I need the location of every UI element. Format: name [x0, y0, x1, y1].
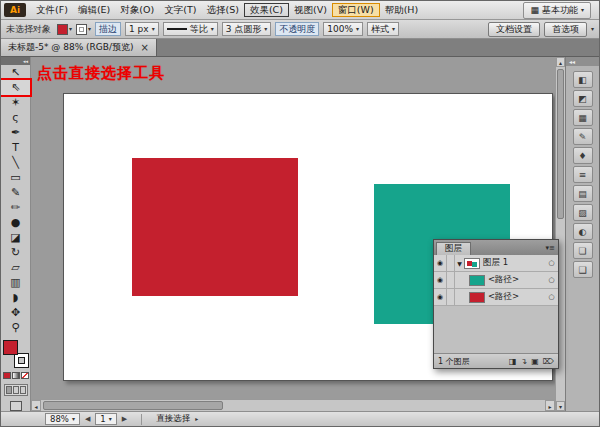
make-clip-mask-icon[interactable]: ◨	[509, 357, 517, 366]
target-circle-icon[interactable]: ○	[545, 259, 558, 267]
delete-layer-icon[interactable]: ⌦	[543, 357, 554, 366]
scroll-left-icon[interactable]: ◂	[31, 400, 41, 411]
stroke-profile-combo[interactable]: 等比 ▾	[163, 22, 218, 36]
stroke-color-control[interactable]: ▾	[76, 24, 91, 35]
scale-tool[interactable]: ▱	[1, 260, 30, 275]
preferences-button[interactable]: 首选项	[544, 22, 587, 37]
layer-name[interactable]: <路径>	[488, 274, 545, 286]
target-circle-icon[interactable]: ○	[545, 293, 558, 301]
hand-tool[interactable]: ✥	[1, 305, 30, 320]
layer-row[interactable]: ◉▼图层 1○	[434, 255, 558, 272]
layer-name[interactable]: <路径>	[488, 291, 545, 303]
layers-panel-icon[interactable]: ❑	[573, 261, 593, 278]
next-artboard-button[interactable]: ▶	[122, 415, 127, 423]
horizontal-scroll-thumb[interactable]	[43, 401, 223, 410]
menu-item[interactable]: 编辑(E)	[73, 1, 115, 19]
selection-tool[interactable]: ↖	[1, 65, 30, 80]
magic-wand-tool[interactable]: ✶	[1, 95, 30, 110]
brush-definition-combo[interactable]: 3 点圆形 ▾	[222, 22, 272, 36]
panel-menu-icon[interactable]: ▾≡	[546, 244, 555, 252]
pencil-tool[interactable]: ✏	[1, 200, 30, 215]
lock-cell[interactable]	[447, 255, 455, 271]
blob-brush-tool[interactable]: ●	[1, 215, 30, 230]
gradient-tool[interactable]: ▥	[1, 275, 30, 290]
lock-cell[interactable]	[447, 272, 455, 288]
color-panel-icon[interactable]: ◧	[573, 71, 593, 88]
artboard-number-combo[interactable]: 1 ▾	[95, 413, 116, 425]
style-combo[interactable]: 样式 ▾	[367, 22, 399, 36]
prev-artboard-button[interactable]: ◀	[85, 415, 90, 423]
symbols-panel-icon[interactable]: ♦	[573, 147, 593, 164]
gradient-button[interactable]	[12, 372, 20, 379]
new-layer-icon[interactable]: ▣	[531, 357, 539, 366]
zoom-level-combo[interactable]: 88% ▾	[45, 413, 80, 425]
close-icon[interactable]: ×	[141, 42, 149, 53]
document-tabbar: 未标题-5* @ 88% (RGB/预览) ×	[1, 39, 599, 57]
new-sublayer-icon[interactable]: ↴	[520, 357, 527, 366]
menu-item[interactable]: 选择(S)	[201, 1, 243, 19]
scroll-down-icon[interactable]: ▾	[556, 401, 565, 411]
pen-tool[interactable]: ✒	[1, 125, 30, 140]
workspace-switcher[interactable]: ▦ 基本功能 ▾	[523, 2, 591, 19]
menu-item[interactable]: 效果(C)	[244, 3, 289, 17]
fill-color-control[interactable]: ▾	[57, 24, 72, 35]
fill-swatch[interactable]	[57, 24, 68, 35]
rectangle-tool[interactable]: ▭	[1, 170, 30, 185]
menu-item[interactable]: 对象(O)	[115, 1, 159, 19]
lock-cell[interactable]	[447, 289, 455, 305]
layer-row[interactable]: ◉<路径>○	[434, 289, 558, 306]
eyedropper-tool[interactable]: ◗	[1, 290, 30, 305]
visibility-eye-icon[interactable]: ◉	[434, 255, 447, 271]
scroll-right-icon[interactable]: ▸	[545, 400, 555, 411]
layer-count-label: 1 个图层	[438, 356, 470, 367]
gradient-panel-icon[interactable]: ▤	[573, 185, 593, 202]
panel-menu-chevron-icon[interactable]: ▾	[591, 26, 594, 32]
type-tool[interactable]: T	[1, 140, 30, 155]
horizontal-scrollbar[interactable]: ◂ ▸	[31, 399, 555, 411]
stroke-panel-icon[interactable]: ≡	[573, 166, 593, 183]
stroke-link[interactable]: 描边	[95, 22, 121, 36]
document-tab[interactable]: 未标题-5* @ 88% (RGB/预览) ×	[1, 39, 157, 56]
menu-item[interactable]: 帮助(H)	[380, 1, 424, 19]
stroke-swatch[interactable]	[76, 24, 87, 35]
layer-name[interactable]: 图层 1	[483, 257, 545, 269]
appearance-panel-icon[interactable]: ◐	[573, 223, 593, 240]
document-setup-button[interactable]: 文档设置	[488, 22, 540, 37]
scroll-up-icon[interactable]: ▴	[556, 57, 565, 67]
menu-item[interactable]: 窗口(W)	[332, 3, 380, 17]
fill-swatch-large[interactable]	[3, 340, 18, 355]
color-guide-panel-icon[interactable]: ◩	[573, 90, 593, 107]
none-button[interactable]	[21, 372, 29, 379]
menu-item[interactable]: 文件(F)	[31, 1, 73, 19]
opacity-link[interactable]: 不透明度	[275, 22, 319, 36]
rotate-tool[interactable]: ↻	[1, 245, 30, 260]
layer-row[interactable]: ◉<路径>○	[434, 272, 558, 289]
tab-layers[interactable]: 图层	[436, 242, 471, 255]
line-segment-tool[interactable]: ╲	[1, 155, 30, 170]
zoom-tool[interactable]: ⚲	[1, 320, 30, 335]
graphic-styles-panel-icon[interactable]: ❏	[573, 242, 593, 259]
expand-triangle-icon[interactable]: ▼	[455, 260, 464, 267]
tools-collapse-button[interactable]: ◂◂	[1, 57, 30, 65]
transparency-panel-icon[interactable]: ▨	[573, 204, 593, 221]
menu-item[interactable]: 文字(T)	[159, 1, 201, 19]
visibility-eye-icon[interactable]: ◉	[434, 289, 447, 305]
draw-mode-button[interactable]	[4, 384, 28, 396]
stroke-swatch-large[interactable]	[14, 353, 29, 368]
opacity-combo[interactable]: 100% ▾	[323, 22, 363, 36]
swatches-panel-icon[interactable]: ▦	[573, 109, 593, 126]
menu-item[interactable]: 视图(V)	[289, 1, 332, 19]
target-circle-icon[interactable]: ○	[545, 276, 558, 284]
dock-collapse-button[interactable]: ◂◂	[566, 57, 599, 66]
brushes-panel-icon[interactable]: ✎	[573, 128, 593, 145]
direct-selection-tool[interactable]: ⇖	[1, 80, 30, 95]
visibility-eye-icon[interactable]: ◉	[434, 272, 447, 288]
vertical-scroll-thumb[interactable]	[557, 69, 564, 219]
screen-mode-button[interactable]	[10, 401, 22, 411]
color-button[interactable]	[3, 372, 11, 379]
paintbrush-tool[interactable]: ✎	[1, 185, 30, 200]
eraser-tool[interactable]: ◪	[1, 230, 30, 245]
red-rectangle-shape[interactable]	[132, 158, 298, 296]
stroke-weight-combo[interactable]: 1 px ▾	[125, 22, 159, 36]
lasso-tool[interactable]: ς	[1, 110, 30, 125]
